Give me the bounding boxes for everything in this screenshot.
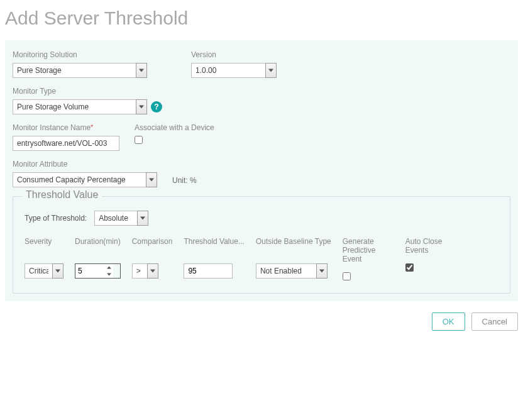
ok-button[interactable]: OK	[432, 312, 465, 331]
monitor-instance-name-label: Monitor Instance Name*	[13, 123, 119, 132]
auto-close-checkbox[interactable]	[405, 263, 414, 272]
monitor-attribute-label: Monitor Attribute	[13, 160, 157, 169]
duration-stepper[interactable]	[75, 263, 121, 279]
chevron-down-icon[interactable]	[137, 211, 148, 226]
threshold-value-input[interactable]	[184, 263, 233, 279]
chevron-down-icon[interactable]	[136, 63, 147, 78]
monitor-attribute-select[interactable]	[13, 172, 157, 187]
comparison-label: Comparison	[132, 237, 173, 255]
chevron-down-icon[interactable]	[316, 263, 328, 279]
comparison-select[interactable]	[132, 263, 173, 279]
generate-predictive-checkbox[interactable]	[343, 272, 351, 280]
monitoring-solution-value[interactable]	[13, 63, 136, 78]
chevron-down-icon[interactable]	[265, 63, 277, 78]
version-label: Version	[191, 50, 277, 59]
stepper-up-icon[interactable]	[104, 264, 113, 271]
monitoring-solution-select[interactable]	[13, 63, 163, 78]
type-of-threshold-select[interactable]	[94, 211, 148, 226]
monitor-attribute-value[interactable]	[13, 172, 146, 187]
threshold-value-label: Threshold Value...	[184, 237, 245, 255]
monitor-instance-name-input[interactable]	[13, 136, 119, 151]
monitor-type-label: Monitor Type	[13, 87, 162, 96]
type-of-threshold-value[interactable]	[94, 211, 137, 226]
required-asterisk: *	[91, 123, 93, 131]
page-title: Add Server Threshold	[5, 8, 518, 29]
associate-device-label: Associate with a Device	[135, 123, 214, 132]
unit-prefix: Unit:	[172, 176, 188, 185]
severity-value[interactable]	[25, 263, 52, 279]
generate-predictive-label: Generate Predictive Event	[343, 237, 394, 263]
severity-select[interactable]	[25, 263, 63, 279]
duration-label: Duration(min)	[75, 237, 121, 255]
stepper-down-icon[interactable]	[104, 271, 113, 278]
chevron-down-icon[interactable]	[52, 263, 63, 279]
chevron-down-icon[interactable]	[146, 172, 157, 187]
outside-baseline-type-value[interactable]	[256, 263, 316, 279]
comparison-value[interactable]	[132, 263, 147, 279]
dialog-footer: OK Cancel	[5, 312, 518, 331]
associate-device-checkbox[interactable]	[135, 136, 143, 144]
cancel-button[interactable]: Cancel	[471, 312, 518, 331]
monitor-type-select[interactable]	[13, 99, 147, 114]
outside-baseline-type-select[interactable]	[256, 263, 331, 279]
version-value[interactable]	[191, 63, 265, 78]
chevron-down-icon[interactable]	[136, 99, 147, 114]
unit-value: %	[190, 176, 197, 185]
duration-input[interactable]	[75, 264, 104, 278]
chevron-down-icon[interactable]	[147, 263, 158, 279]
form-panel: Monitoring Solution Version Monitor Type	[5, 40, 518, 301]
help-icon[interactable]: ?	[151, 101, 162, 113]
threshold-value-fieldset: Threshold Value Type of Threshold: Sever…	[13, 196, 510, 294]
auto-close-label: Auto Close Events	[405, 237, 449, 255]
version-select[interactable]	[191, 63, 277, 78]
type-of-threshold-label: Type of Threshold:	[25, 214, 87, 223]
monitor-type-value[interactable]	[13, 99, 136, 114]
threshold-value-legend: Threshold Value	[22, 189, 102, 201]
monitoring-solution-label: Monitoring Solution	[13, 50, 163, 59]
severity-label: Severity	[25, 237, 63, 255]
outside-baseline-type-label: Outside Baseline Type	[256, 237, 331, 255]
monitor-instance-name-label-text: Monitor Instance Name	[13, 123, 91, 132]
